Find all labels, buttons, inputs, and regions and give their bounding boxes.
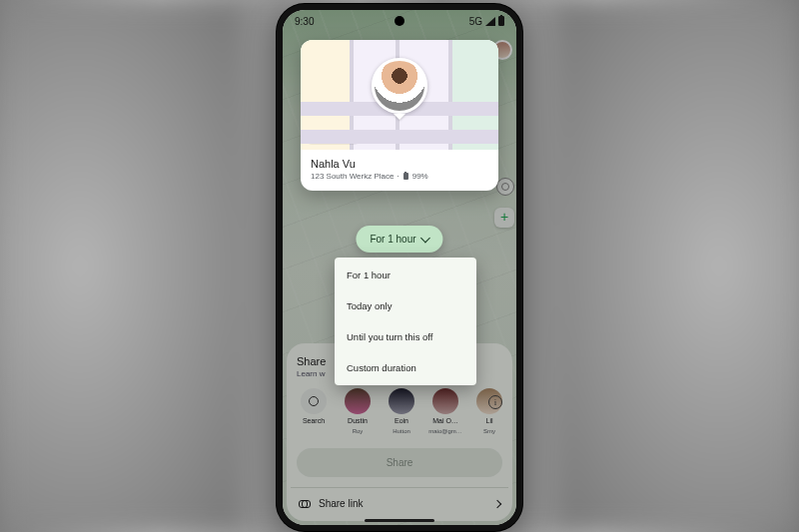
camera-punch-hole	[395, 16, 404, 26]
card-map-preview: Powered by	[301, 40, 498, 150]
user-avatar	[372, 58, 427, 114]
menu-item-1hour[interactable]: For 1 hour	[335, 260, 476, 290]
map-pin-icon	[394, 114, 405, 126]
location-card: Powered by Nahla Vu 123 South Werkz Plac…	[301, 40, 498, 191]
powered-by-badge: Powered by	[307, 132, 360, 144]
menu-item-until-off[interactable]: Until you turn this off	[335, 321, 476, 352]
user-name: Nahla Vu	[311, 158, 488, 170]
google-maps-icon	[349, 134, 355, 142]
duration-menu: For 1 hour Today only Until you turn thi…	[335, 258, 476, 385]
duration-selector[interactable]: For 1 hour	[356, 226, 442, 253]
screen: + 9:30 5G Share Learn w i Search Dusti	[283, 10, 516, 525]
chevron-down-icon	[420, 233, 430, 243]
user-location-details: 123 South Werkz Place · 99%	[311, 172, 488, 181]
phone-frame: + 9:30 5G Share Learn w i Search Dusti	[277, 4, 522, 531]
home-indicator[interactable]	[365, 519, 434, 522]
menu-item-custom[interactable]: Custom duration	[335, 352, 476, 383]
menu-item-today[interactable]: Today only	[335, 290, 476, 321]
battery-icon	[403, 173, 408, 180]
duration-label: For 1 hour	[370, 234, 415, 245]
